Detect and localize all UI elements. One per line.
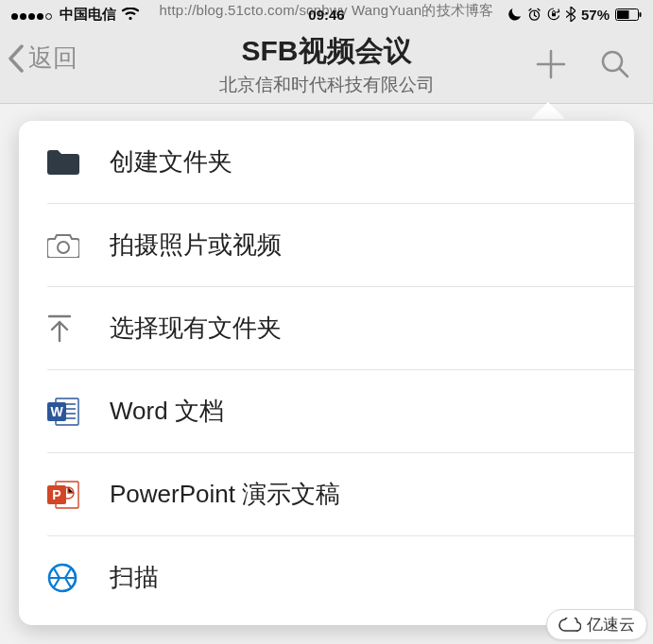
svg-rect-1 <box>552 13 556 16</box>
svg-text:W: W <box>50 404 63 419</box>
back-button[interactable]: 返回 <box>8 42 77 75</box>
menu-item-scan[interactable]: 扫描 <box>19 536 634 619</box>
menu-item-create-folder[interactable]: 创建文件夹 <box>19 121 634 203</box>
search-button[interactable] <box>598 47 632 85</box>
folder-icon <box>47 150 93 175</box>
svg-point-5 <box>603 52 622 71</box>
carrier-label: 中国电信 <box>60 6 116 24</box>
menu-item-label: 拍摄照片或视频 <box>110 229 282 262</box>
battery-percent: 57% <box>581 7 610 23</box>
powerpoint-icon: P <box>47 480 93 510</box>
svg-text:P: P <box>52 487 60 502</box>
menu-item-label: 扫描 <box>110 561 159 594</box>
bluetooth-icon <box>566 7 576 22</box>
battery-icon <box>615 8 642 21</box>
menu-item-label: 选择现有文件夹 <box>110 312 282 345</box>
svg-rect-4 <box>640 12 642 17</box>
svg-point-6 <box>58 242 69 253</box>
signal-strength-icon <box>11 7 54 23</box>
popover-arrow <box>531 102 565 119</box>
camera-icon <box>47 233 93 258</box>
add-menu-popover: 创建文件夹 拍摄照片或视频 选择现有文件夹 W Word 文档 P PowerP… <box>19 121 634 625</box>
back-label: 返回 <box>28 42 77 75</box>
chevron-left-icon <box>8 44 25 73</box>
svg-rect-3 <box>617 10 629 19</box>
nav-header: 返回 SFB视频会议 北京信和时代科技有限公司 <box>0 28 653 104</box>
upload-arrow-icon <box>47 314 93 343</box>
menu-item-take-photo-video[interactable]: 拍摄照片或视频 <box>19 204 634 286</box>
menu-item-label: PowerPoint 演示文稿 <box>110 478 340 511</box>
scan-icon <box>47 563 93 593</box>
word-icon: W <box>47 397 93 427</box>
watermark-logo: 亿速云 <box>546 609 647 640</box>
search-icon <box>598 47 632 81</box>
menu-item-label: 创建文件夹 <box>110 145 232 178</box>
add-button[interactable] <box>532 45 570 87</box>
plus-icon <box>532 45 570 83</box>
menu-item-choose-folder[interactable]: 选择现有文件夹 <box>19 287 634 369</box>
menu-item-word-doc[interactable]: W Word 文档 <box>19 370 634 452</box>
alarm-icon <box>527 8 541 22</box>
menu-item-powerpoint-doc[interactable]: P PowerPoint 演示文稿 <box>19 453 634 535</box>
orientation-lock-icon <box>547 8 560 21</box>
do-not-disturb-icon <box>508 8 522 21</box>
watermark-logo-text: 亿速云 <box>587 614 635 636</box>
wifi-icon <box>122 8 139 21</box>
status-bar: 中国电信 09:46 57% <box>0 0 653 28</box>
menu-item-label: Word 文档 <box>110 395 224 428</box>
